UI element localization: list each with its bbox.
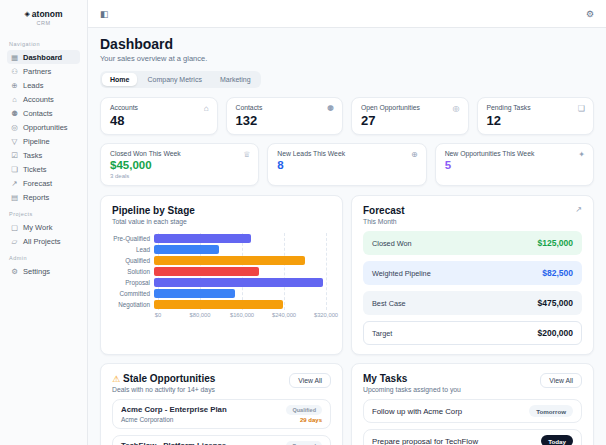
sidebar-item-all-projects[interactable]: ▱ All Projects bbox=[7, 234, 80, 248]
app-tagline: CRM bbox=[7, 20, 80, 26]
sidebar-item-leads[interactable]: ⊕ Leads bbox=[7, 78, 80, 92]
stale-opportunity-row[interactable]: TechFlow - Platform License TechFlow Sol… bbox=[112, 435, 331, 445]
target-icon: ◎ bbox=[453, 104, 460, 113]
pipeline-bar-solution bbox=[154, 267, 259, 276]
chart-category-label: Lead bbox=[112, 246, 154, 253]
sidebar-item-label: My Work bbox=[23, 223, 52, 232]
panel-title: Forecast bbox=[363, 205, 405, 216]
forecast-panel: Forecast This Month ↗ Closed Won $125,00… bbox=[351, 195, 594, 355]
stat-card-open-opportunities: Open Opportunities 27 ◎ bbox=[351, 97, 469, 135]
logo-icon: ◈ bbox=[24, 10, 29, 18]
panel-title: Stale Opportunities bbox=[123, 373, 215, 384]
chart-row: Negotiation bbox=[112, 299, 331, 310]
panel-subtitle: Upcoming tasks assigned to you bbox=[363, 386, 461, 393]
sidebar-item-label: All Projects bbox=[23, 237, 61, 246]
card-value: $45,000 bbox=[110, 159, 249, 171]
view-all-button[interactable]: View All bbox=[289, 373, 331, 388]
x-tick-label: $240,000 bbox=[272, 312, 296, 318]
sidebar-item-label: Pipeline bbox=[23, 137, 50, 146]
chart-category-label: Committed bbox=[112, 290, 154, 297]
briefcase-icon: ▢ bbox=[10, 223, 19, 232]
chart-category-label: Solution bbox=[112, 268, 154, 275]
sidebar-item-tickets[interactable]: ❏ Tickets bbox=[7, 162, 80, 176]
forecast-row-target: Target $200,000 bbox=[363, 321, 582, 345]
trophy-icon: ♕ bbox=[243, 150, 250, 159]
tab-marketing[interactable]: Marketing bbox=[212, 73, 259, 86]
task-row[interactable]: Prepare proposal for TechFlow Today bbox=[363, 429, 582, 445]
sidebar-item-contacts[interactable]: ⚉ Contacts bbox=[7, 106, 80, 120]
my-tasks-panel: My Tasks Upcoming tasks assigned to you … bbox=[351, 363, 594, 445]
card-value: 5 bbox=[445, 159, 584, 171]
chart-category-label: Qualified bbox=[112, 257, 154, 264]
stage-badge: Qualified bbox=[286, 405, 322, 415]
tickets-icon: ❏ bbox=[10, 165, 19, 174]
theme-toggle-icon[interactable]: ⚙ bbox=[586, 9, 594, 19]
panel-title: Pipeline by Stage bbox=[112, 205, 195, 216]
forecast-row-weighted-pipeline: Weighted Pipeline $82,500 bbox=[363, 261, 582, 285]
chart-row: Proposal bbox=[112, 277, 331, 288]
sidebar-item-label: Partners bbox=[23, 67, 51, 76]
stale-opportunity-row[interactable]: Acme Corp - Enterprise Plan Acme Corpora… bbox=[112, 399, 331, 429]
topbar: ◧ ⚙ bbox=[88, 0, 606, 28]
sidebar-item-tasks[interactable]: ☑ Tasks bbox=[7, 148, 80, 162]
sidebar-item-reports[interactable]: ▤ Reports bbox=[7, 190, 80, 204]
stat-value: 12 bbox=[487, 113, 585, 128]
forecast-label: Closed Won bbox=[372, 239, 412, 248]
sidebar-item-label: Tasks bbox=[23, 151, 42, 160]
sidebar-item-partners[interactable]: ⚇ Partners bbox=[7, 64, 80, 78]
stat-label: Accounts bbox=[110, 104, 208, 111]
sidebar-item-label: Settings bbox=[23, 267, 50, 276]
card-subtext: 3 deals bbox=[110, 173, 249, 179]
sidebar: ◈ atonom CRM Navigation ▦ Dashboard ⚇ Pa… bbox=[0, 0, 88, 445]
stat-card-accounts: Accounts 48 ⌂ bbox=[100, 97, 218, 135]
stat-card-contacts: Contacts 132 ⚉ bbox=[226, 97, 344, 135]
task-row[interactable]: Follow up with Acme Corp Tomorrow bbox=[363, 399, 582, 423]
sidebar-item-forecast[interactable]: ↗ Forecast bbox=[7, 176, 80, 190]
x-tick-label: $80,000 bbox=[190, 312, 211, 318]
tab-company-metrics[interactable]: Company Metrics bbox=[139, 73, 209, 86]
sidebar-item-label: Reports bbox=[23, 193, 49, 202]
dashboard-icon: ▦ bbox=[10, 53, 19, 62]
sparkles-icon: ✦ bbox=[578, 150, 585, 159]
x-tick-label: $160,000 bbox=[230, 312, 254, 318]
view-all-button[interactable]: View All bbox=[540, 373, 582, 388]
stat-label: Pending Tasks bbox=[487, 104, 585, 111]
accounts-icon: ⌂ bbox=[10, 95, 19, 104]
panel-subtitle: Total value in each stage bbox=[112, 218, 195, 225]
building-icon: ⌂ bbox=[204, 104, 209, 113]
sidebar-item-accounts[interactable]: ⌂ Accounts bbox=[7, 92, 80, 106]
sidebar-item-label: Contacts bbox=[23, 109, 53, 118]
sidebar-item-label: Forecast bbox=[23, 179, 52, 188]
contacts-icon: ⚉ bbox=[10, 109, 19, 118]
page-subtitle: Your sales overview at a glance. bbox=[100, 54, 594, 63]
sidebar-item-dashboard[interactable]: ▦ Dashboard bbox=[7, 50, 80, 64]
stat-value: 48 bbox=[110, 113, 208, 128]
sidebar-item-settings[interactable]: ⚙ Settings bbox=[7, 264, 80, 278]
stat-label: Open Opportunities bbox=[361, 104, 459, 111]
forecast-label: Target bbox=[372, 329, 392, 338]
forecast-row-best-case: Best Case $475,000 bbox=[363, 291, 582, 315]
tab-home[interactable]: Home bbox=[102, 73, 137, 86]
opportunity-name: TechFlow - Platform License bbox=[121, 441, 226, 445]
opportunity-company: Acme Corporation bbox=[121, 416, 227, 423]
sidebar-item-my-work[interactable]: ▢ My Work bbox=[7, 220, 80, 234]
pipeline-bar-pre-qualified bbox=[154, 234, 251, 243]
stale-opportunities-panel: ⚠ Stale Opportunities Deals with no acti… bbox=[100, 363, 343, 445]
dashboard-tabs: Home Company Metrics Marketing bbox=[100, 71, 261, 88]
sidebar-item-label: Dashboard bbox=[23, 53, 62, 62]
warning-icon: ⚠ bbox=[112, 374, 120, 384]
opportunity-name: Acme Corp - Enterprise Plan bbox=[121, 405, 227, 414]
nav-section-label: Projects bbox=[9, 211, 80, 217]
gear-icon: ⚙ bbox=[10, 267, 19, 276]
sidebar-item-pipeline[interactable]: ▽ Pipeline bbox=[7, 134, 80, 148]
pipeline-by-stage-panel: Pipeline by Stage Total value in each st… bbox=[100, 195, 343, 355]
users-icon: ⚉ bbox=[327, 104, 334, 113]
card-label: Closed Won This Week bbox=[110, 150, 249, 157]
card-new-opportunities-week: New Opportunities This Week 5 ✦ bbox=[435, 143, 594, 186]
chart-row: Pre-Qualified bbox=[112, 233, 331, 244]
sidebar-item-label: Opportunities bbox=[23, 123, 68, 132]
stat-label: Contacts bbox=[236, 104, 334, 111]
card-closed-won-week: Closed Won This Week $45,000 3 deals ♕ bbox=[100, 143, 259, 186]
sidebar-item-opportunities[interactable]: ◎ Opportunities bbox=[7, 120, 80, 134]
sidebar-toggle-icon[interactable]: ◧ bbox=[100, 9, 109, 19]
